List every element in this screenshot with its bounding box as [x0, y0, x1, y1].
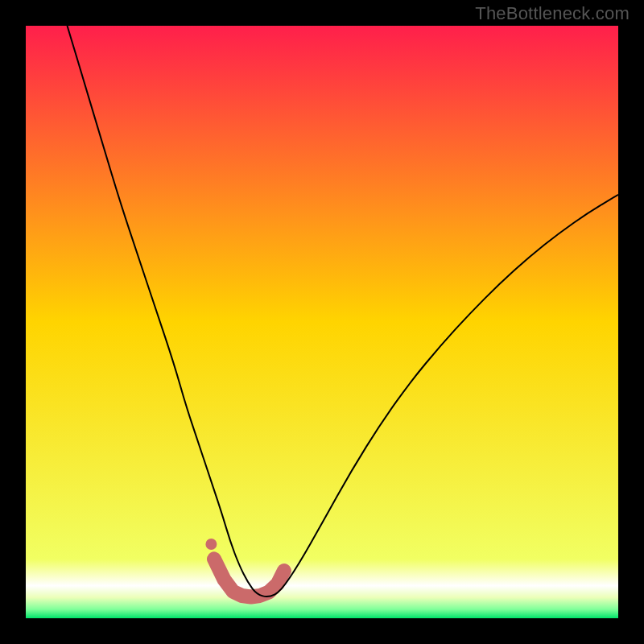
bottleneck-chart: [26, 26, 618, 618]
svg-rect-0: [26, 26, 618, 618]
watermark-text: TheBottleneck.com: [475, 3, 630, 24]
chart-frame: TheBottleneck.com: [0, 0, 644, 644]
optimal-region-dot: [205, 539, 217, 550]
plot-area: [26, 26, 618, 618]
